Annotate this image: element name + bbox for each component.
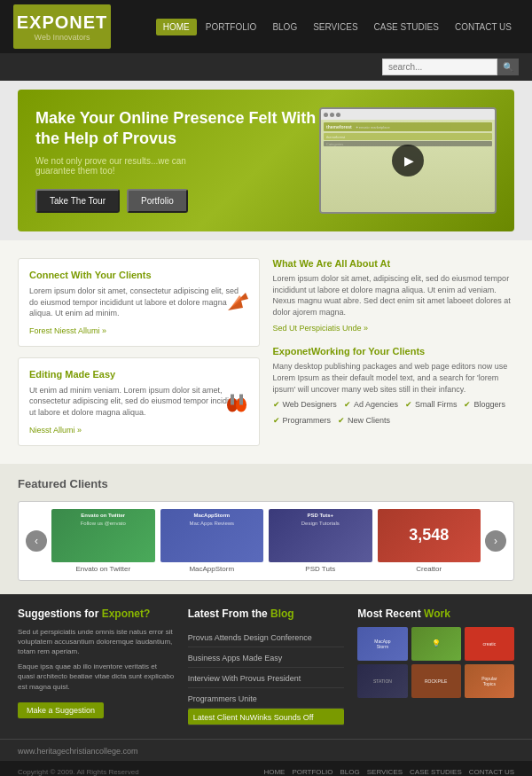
make-suggestion-button[interactable]: Make a Suggestion (18, 702, 104, 718)
work-grid: MacAppStorm 💡 creatic STATION ROCKPILE P… (357, 627, 514, 698)
footer-nav-case-studies[interactable]: CASE STUDIES (410, 768, 462, 776)
search-button[interactable]: 🔍 (497, 59, 519, 75)
feature-editing-title: Editing Made Easy (29, 369, 248, 380)
client-thumb-mac: MacAppStorm Mac Apps Reviews (160, 509, 264, 562)
client-label-psd: PSD Tuts (269, 565, 372, 573)
check-icon-3: ✔ (405, 400, 412, 409)
carousel-item-4: 3,548 Creattor (378, 509, 481, 573)
header: EXPONET Web Innovators HOME PORTFOLIO BL… (0, 0, 532, 81)
feature-card-connect: Connect With Your Clients Lorem ipsum do… (18, 258, 260, 347)
check-icon-6: ✔ (338, 416, 345, 425)
play-button[interactable]: ▶ (392, 145, 424, 176)
footer-nav-contact[interactable]: CONTACT US (469, 768, 514, 776)
feature-connect-text: Lorem ipsum dolor sit amet, consectetur … (29, 286, 248, 319)
hero-section: Make Your Online Presence Felt With the … (0, 90, 532, 231)
footer-nav-services[interactable]: SERVICES (367, 768, 403, 776)
nav-portfolio[interactable]: PORTFOLIO (199, 19, 264, 35)
rf-working-text: Many desktop publishing packages and web… (273, 361, 515, 395)
blog-link-4[interactable]: Programmers Unite (188, 694, 257, 703)
feature-card-editing: Editing Made Easy Ut enim ad minim venia… (18, 357, 260, 446)
footer-nav-portfolio[interactable]: PORTFOLIO (292, 768, 332, 776)
footer-nav-home[interactable]: HOME (263, 768, 285, 776)
features-section: Connect With Your Clients Lorem ipsum do… (0, 240, 532, 464)
tag-new-clients: ✔New Clients (338, 416, 390, 425)
client-thumb-creattor: 3,548 (378, 509, 481, 562)
suggestions-text2: Eaque ipsa quae ab illo inventore verita… (18, 662, 175, 692)
blog-link-2[interactable]: Business Apps Made Easy (188, 654, 283, 662)
featured-clients-section: Featured Clients ‹ Envato on Twitter Fol… (0, 464, 532, 594)
check-icon-5: ✔ (273, 416, 280, 425)
rf-about-link[interactable]: Sed Ut Perspiciatis Unde » (273, 324, 369, 333)
footer-top: Suggestions for Exponet? Sed ut perspici… (0, 594, 532, 739)
carousel-prev[interactable]: ‹ (26, 530, 47, 552)
work-thumb-3[interactable]: creatic (465, 627, 514, 661)
footer-nav-links: HOME PORTFOLIO BLOG SERVICES CASE STUDIE… (263, 768, 514, 776)
rf-working-title: ExponetWorking for Your Clients (273, 346, 515, 357)
carousel-item-1: Envato on Twitter Follow us @envato Enva… (51, 509, 155, 573)
tag-ad-agencies: ✔Ad Agencies (344, 400, 398, 409)
rf-about-title: What We Are All About At (273, 258, 515, 269)
search-input[interactable] (382, 59, 497, 75)
work-thumb-5[interactable]: ROCKPILE (411, 664, 461, 698)
work-thumb-1[interactable]: MacAppStorm (357, 627, 407, 661)
website-link[interactable]: www.heritagechristiancollege.com (18, 747, 138, 756)
blog-link-1[interactable]: Provus Attends Design Conference (188, 633, 312, 642)
nav-home[interactable]: HOME (156, 19, 197, 35)
footer-blog: Latest From the Blog Provus Attends Desi… (188, 607, 345, 725)
footer-copyright: Copyright © 2009. All Rights Reserved (18, 768, 139, 776)
check-icon-1: ✔ (273, 400, 280, 409)
footer-nav-blog[interactable]: BLOG (340, 768, 360, 776)
left-features: Connect With Your Clients Lorem ipsum do… (18, 258, 260, 446)
client-thumb-psd: PSD Tuts+ Design Tutorials (269, 509, 372, 562)
featured-clients-title: Featured Clients (18, 477, 514, 490)
feature-editing-text: Ut enim ad minim veniam. Lorem ipsum dol… (29, 385, 248, 419)
work-thumb-6[interactable]: PopularTopics (465, 664, 514, 698)
rf-working-tags: ✔Web Designers ✔Ad Agencies ✔Small Firms… (273, 400, 515, 425)
logo: EXPONET Web Innovators (13, 4, 111, 49)
work-thumb-4[interactable]: STATION (357, 664, 407, 698)
blog-link-3[interactable]: Interview With Provus President (188, 674, 301, 683)
work-thumb-2[interactable]: 💡 (411, 627, 461, 661)
logo-main: EXPONET (17, 12, 108, 33)
blog-item-1: Provus Attends Design Conference (188, 627, 345, 647)
feature-connect-title: Connect With Your Clients (29, 270, 248, 280)
feature-editing-link[interactable]: Niesst Allumi » (29, 426, 82, 435)
blog-item-2: Business Apps Made Easy (188, 647, 345, 668)
feature-connect-icon (223, 288, 250, 317)
search-bar: 🔍 (0, 53, 532, 81)
nav-blog[interactable]: BLOG (265, 19, 304, 35)
feature-editing-icon (223, 385, 250, 418)
hero-title: Make Your Online Presence Felt With the … (35, 108, 319, 150)
carousel-items: Envato on Twitter Follow us @envato Enva… (51, 509, 481, 573)
work-title: Most Recent Work (357, 607, 514, 620)
carousel-next[interactable]: › (485, 530, 506, 552)
hero-video[interactable]: themeforest ✦ envato marketplace themefo… (319, 107, 497, 214)
tag-bloggers: ✔Bloggers (464, 400, 505, 409)
rf-about-text: Lorem ipsum dolor sit amet, adipiscing e… (273, 273, 515, 317)
footer-nav: Copyright © 2009. All Rights Reserved HO… (0, 761, 532, 776)
blog-list: Provus Attends Design Conference Busines… (188, 627, 345, 725)
portfolio-button[interactable]: Portfolio (127, 189, 188, 213)
logo-sub: Web Innovators (35, 33, 90, 42)
carousel-item-3: PSD Tuts+ Design Tutorials PSD Tuts (269, 509, 372, 573)
client-label-creattor: Creattor (378, 565, 481, 573)
blog-item-5: Latest Client NuWinks Sounds Off (188, 709, 345, 725)
client-label-mac: MacAppStorm (160, 565, 264, 573)
nav-services[interactable]: SERVICES (306, 19, 364, 35)
carousel-item-2: MacAppStorm Mac Apps Reviews MacAppStorm (160, 509, 264, 573)
nav-contact[interactable]: CONTACT US (448, 19, 519, 35)
check-icon-4: ✔ (464, 400, 471, 409)
tag-programmers: ✔Programmers (273, 416, 332, 425)
main-nav: HOME PORTFOLIO BLOG SERVICES CASE STUDIE… (156, 19, 519, 35)
suggestions-title: Suggestions for Exponet? (18, 607, 175, 620)
feature-connect-link[interactable]: Forest Niesst Allumi » (29, 326, 106, 335)
take-tour-button[interactable]: Take The Tour (35, 189, 120, 213)
hero-description: We not only prove our results...we can g… (35, 156, 213, 176)
svg-rect-5 (239, 394, 243, 404)
client-label-twitter: Envato on Twitter (51, 565, 155, 573)
client-count: 3,548 (409, 526, 449, 545)
blog-link-5[interactable]: Latest Client NuWinks Sounds Off (193, 713, 314, 722)
blog-item-4: Programmers Unite (188, 688, 345, 709)
svg-rect-4 (231, 394, 234, 404)
nav-case-studies[interactable]: CASE STUDIES (367, 19, 446, 35)
